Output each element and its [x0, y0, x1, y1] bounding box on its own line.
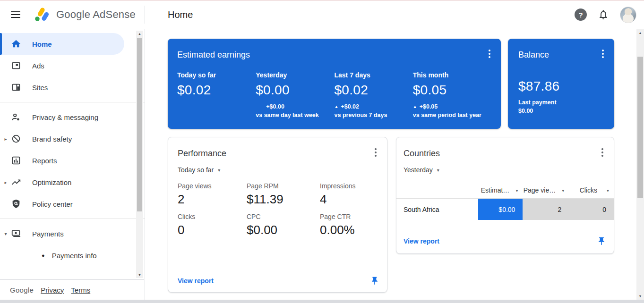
chevron-right-icon[interactable]: ▸ [3, 180, 8, 185]
sidebar-scrollbar[interactable]: ▲ ▼ [136, 31, 143, 278]
policy-center-icon [10, 198, 22, 210]
scroll-up-arrow[interactable]: ▲ [636, 31, 644, 34]
reports-icon [10, 155, 22, 166]
scroll-down-arrow[interactable]: ▼ [636, 295, 644, 298]
countries-range-dropdown[interactable]: Yesterday ▾ [404, 166, 439, 174]
arrow-drop-down-icon: ▾ [607, 188, 609, 193]
ads-icon [10, 60, 22, 71]
metric-page-ctr: Page CTR 0.00% [320, 213, 378, 237]
balance-amount: $87.86 [518, 79, 604, 94]
pin-icon[interactable] [370, 276, 379, 286]
view-report-link[interactable]: View report [404, 237, 439, 245]
kebab-menu-icon[interactable] [484, 48, 495, 59]
estimated-earnings-card: Estimated earnings Today so far $0.02 Ye… [168, 39, 501, 129]
countries-table-header: Estimat… ▾ Page vie… ▾ Clicks ▾ [396, 182, 614, 198]
metric-label: Impressions [320, 182, 378, 190]
metric-value: $11.39 [247, 192, 320, 207]
view-report-link[interactable]: View report [178, 277, 214, 285]
scroll-down-arrow[interactable]: ▼ [136, 273, 143, 277]
column-estimated-earnings[interactable]: Estimat… ▾ [478, 182, 523, 198]
column-spacer [396, 182, 478, 198]
clicks-cell: 0 [569, 199, 614, 220]
privacy-messaging-icon [10, 111, 22, 123]
metric-value: 4 [320, 192, 378, 207]
page-title: Home [168, 9, 193, 20]
notifications-icon[interactable] [597, 8, 610, 21]
performance-metrics: Page views 2 Page RPM $11.39 Impressions… [178, 182, 378, 244]
sidebar-item-policy-center[interactable]: Policy center [0, 193, 145, 215]
sidebar-item-label: Reports [32, 157, 57, 165]
sidebar-divider [0, 102, 145, 102]
sidebar-item-optimization[interactable]: ▸ Optimization [0, 171, 145, 193]
countries-card: Countries Yesterday ▾ Estimat… ▾ Page [396, 137, 614, 254]
table-row[interactable]: South Africa $0.00 2 0 [396, 198, 614, 220]
brand-title: Google AdSense [56, 8, 136, 21]
sidebar-nav: Home Ads Sites Privacy & messaging [0, 29, 145, 300]
sites-icon [10, 82, 22, 93]
arrow-drop-down-icon: ▾ [218, 168, 220, 173]
kebab-menu-icon[interactable] [370, 147, 381, 158]
metric-label: Page CTR [320, 213, 378, 220]
adsense-home-page: Google AdSense Home ? Home Ads [0, 0, 644, 303]
metric-value: $0.00 [247, 223, 320, 237]
column-page-views[interactable]: Page vie… ▾ [523, 182, 569, 198]
sidebar-item-payments[interactable]: ▾ Payments [0, 223, 145, 244]
sidebar-item-payments-info[interactable]: ● Payments info [0, 244, 145, 266]
sidebar-item-sites[interactable]: Sites [0, 76, 145, 98]
chevron-down-icon[interactable]: ▾ [3, 231, 8, 236]
home-icon [10, 38, 22, 50]
stat-last-7-days: Last 7 days $0.02 ▲+$0.02 vs previous 7 … [335, 71, 413, 118]
stat-value: $0.02 [177, 83, 256, 98]
pin-icon[interactable] [597, 236, 606, 246]
horizontal-scrollbar[interactable] [0, 300, 644, 303]
sidebar-item-label: Sites [32, 84, 48, 92]
help-icon[interactable]: ? [575, 8, 587, 21]
sidebar-item-label: Payments info [52, 252, 97, 260]
last-payment-value: $0.00 [518, 107, 604, 116]
stat-caption: vs previous 7 days [335, 112, 413, 118]
arrow-drop-down-icon: ▾ [562, 188, 564, 193]
header-actions: ? [575, 0, 636, 29]
sidebar-item-privacy-messaging[interactable]: Privacy & messaging [0, 106, 145, 128]
metric-value: 2 [178, 192, 247, 207]
sidebar-item-label: Home [32, 40, 52, 48]
main-scrollbar-thumb[interactable] [637, 57, 643, 198]
kebab-menu-icon[interactable] [597, 48, 609, 59]
sidebar-scrollbar-thumb[interactable] [137, 38, 142, 211]
range-label: Today so far [178, 166, 214, 174]
metric-clicks: Clicks 0 [178, 213, 247, 237]
stat-today-so-far: Today so far $0.02 [177, 71, 256, 118]
stat-value: $0.02 [335, 83, 413, 98]
sidebar-divider [0, 219, 145, 219]
kebab-menu-icon[interactable] [597, 147, 608, 158]
range-label: Yesterday [404, 166, 433, 174]
metric-value: 0.00% [320, 223, 378, 237]
performance-range-dropdown[interactable]: Today so far ▾ [178, 166, 220, 174]
metric-cpc: CPC $0.00 [247, 213, 320, 237]
sidebar-item-reports[interactable]: Reports [0, 150, 145, 171]
stat-caption: vs same period last year [413, 112, 491, 118]
terms-link[interactable]: Terms [71, 286, 90, 294]
stat-delta: +$0.05 [420, 103, 438, 110]
payments-icon [10, 228, 22, 239]
main-scrollbar[interactable]: ▲ ▼ [636, 29, 644, 300]
column-clicks[interactable]: Clicks ▾ [569, 182, 614, 198]
triangle-up-icon: ▲ [335, 104, 339, 109]
sidebar-item-brand-safety[interactable]: ▸ Brand safety [0, 128, 145, 150]
sidebar-item-ads[interactable]: Ads [0, 55, 145, 76]
sidebar-item-home[interactable]: Home [0, 33, 124, 55]
stat-value: $0.00 [256, 83, 334, 98]
privacy-link[interactable]: Privacy [41, 286, 64, 294]
window-top-edge [0, 0, 644, 1]
metric-label: Page RPM [247, 182, 320, 190]
menu-icon[interactable] [10, 9, 21, 20]
stat-label: Last 7 days [335, 71, 413, 79]
account-avatar[interactable] [620, 7, 636, 23]
chevron-right-icon[interactable]: ▸ [3, 136, 8, 142]
scroll-up-arrow[interactable]: ▲ [136, 32, 143, 35]
metric-label: Page views [178, 182, 247, 190]
estimated-earnings-cell[interactable]: $0.00 [478, 199, 523, 220]
sidebar-item-label: Privacy & messaging [32, 113, 98, 121]
stat-label: Yesterday [256, 71, 334, 79]
stat-delta: +$0.00 [266, 103, 284, 110]
